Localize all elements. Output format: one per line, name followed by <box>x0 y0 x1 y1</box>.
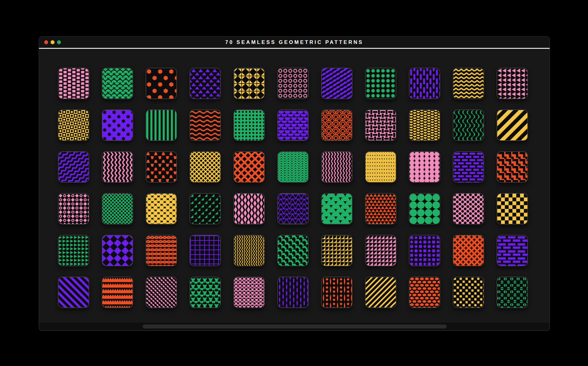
scales-dense-swatch <box>234 277 264 307</box>
pattern-tile-zigzag-v-thin[interactable] <box>321 151 352 183</box>
stars-swatch <box>102 110 133 140</box>
pattern-tile-lightning-diag[interactable] <box>58 151 89 183</box>
pattern-tile-lattice-thin[interactable] <box>102 193 133 224</box>
dots-on-color-swatch <box>453 194 484 224</box>
pattern-tile-half-circles[interactable] <box>277 109 309 141</box>
pattern-tile-zigzag-v[interactable] <box>102 151 133 183</box>
x-lattice-swatch <box>190 152 220 182</box>
pattern-tile-harlequin[interactable] <box>102 235 133 266</box>
pattern-tile-dots-grid[interactable] <box>365 68 396 99</box>
minimize-button[interactable] <box>51 40 55 44</box>
pattern-tile-chevron-rows[interactable] <box>365 151 396 183</box>
pattern-tile-circle-columns[interactable] <box>409 151 440 183</box>
pattern-tile-checker-dots[interactable] <box>58 109 89 141</box>
zoom-button[interactable] <box>57 40 61 44</box>
pattern-tile-dot-diagonal[interactable] <box>146 277 177 308</box>
spindle-diamonds-swatch <box>322 277 352 307</box>
pattern-tile-pills-weave[interactable] <box>365 109 396 141</box>
pattern-tile-herringbone-v[interactable] <box>277 151 309 183</box>
pattern-tile-checker[interactable] <box>497 193 528 224</box>
pattern-tile-zigzag-v-dense[interactable] <box>233 235 265 266</box>
pattern-tile-step-triangles[interactable] <box>190 193 221 224</box>
pattern-tile-crescents[interactable] <box>453 109 484 141</box>
pattern-tile-trapezoids[interactable] <box>146 151 177 183</box>
arrows-left-swatch <box>497 68 527 99</box>
chevron-rows-swatch <box>366 152 396 182</box>
pattern-tile-half-square-tri[interactable] <box>365 235 396 266</box>
checker-dots-swatch <box>58 110 89 140</box>
pattern-tile-squares-offset[interactable] <box>453 277 484 308</box>
pattern-tile-x-lattice[interactable] <box>190 151 221 183</box>
herringbone-v-swatch <box>278 152 308 182</box>
rings-swatch <box>278 68 308 99</box>
triangles-up-swatch <box>190 68 220 99</box>
squiggle-h-swatch <box>190 110 220 140</box>
pattern-tile-zigzag-h[interactable] <box>453 68 484 99</box>
dot-diagonal-swatch <box>146 277 176 307</box>
pattern-tile-squiggle-h[interactable] <box>190 109 221 141</box>
pattern-tile-spindle-diamonds[interactable] <box>321 277 352 308</box>
pattern-tile-grid-lines[interactable] <box>190 235 221 266</box>
pattern-tile-wavy-diag[interactable] <box>497 109 528 141</box>
pattern-tile-tri-rows-small[interactable] <box>365 193 396 224</box>
tri-mesh-swatch <box>278 194 308 224</box>
pattern-tile-wave-checker[interactable] <box>277 235 309 266</box>
pattern-tile-polka-big[interactable] <box>146 193 177 224</box>
pattern-tile-squares-diamonds[interactable] <box>409 235 440 266</box>
pattern-tile-bricks-h[interactable] <box>453 151 484 183</box>
scrollbar-track[interactable] <box>39 322 549 330</box>
pattern-tile-diag-leaves[interactable] <box>321 68 352 99</box>
pattern-tile-ovals-rows[interactable] <box>409 277 440 308</box>
pattern-tile-tri-mosaic[interactable] <box>233 68 265 99</box>
tri-checker-swatch <box>234 194 264 224</box>
pattern-tile-sails[interactable] <box>190 277 221 308</box>
half-circles-swatch <box>278 110 308 140</box>
pattern-tile-dots-on-color[interactable] <box>453 193 484 224</box>
pattern-tile-petal-grid[interactable] <box>233 109 265 141</box>
pattern-tile-wave-lens[interactable] <box>146 235 177 266</box>
pattern-tile-scales-dense[interactable] <box>233 277 265 308</box>
pattern-tile-bricks-large[interactable] <box>497 235 528 266</box>
patterns-window: 70 SEAMLESS GEOMETRIC PATTERNS <box>39 36 550 331</box>
pattern-tile-circle-halves[interactable] <box>497 277 528 308</box>
pattern-tile-bricks-vertical[interactable] <box>58 68 89 99</box>
pattern-tile-rings[interactable] <box>277 68 309 99</box>
trapezoids-swatch <box>146 152 176 182</box>
pattern-tile-stripes-diag[interactable] <box>58 277 89 308</box>
step-triangles-swatch <box>190 194 220 224</box>
pattern-tile-lens-columns[interactable] <box>277 277 309 308</box>
pattern-tile-tri-checker[interactable] <box>233 193 265 224</box>
tri-mosaic-swatch <box>234 68 264 99</box>
wave-checker-swatch <box>278 235 308 266</box>
pattern-tile-teeth-rows[interactable] <box>102 277 133 308</box>
pattern-tile-hex-dots[interactable] <box>146 68 177 99</box>
pattern-tile-stripes-v[interactable] <box>146 109 177 141</box>
teeth-rows-swatch <box>102 277 133 307</box>
pattern-tile-step-zigzag[interactable] <box>497 151 528 183</box>
ovals-rows-swatch <box>409 277 440 307</box>
harlequin-swatch <box>102 235 133 266</box>
pattern-tile-tri-mesh[interactable] <box>277 193 309 224</box>
pattern-tile-scallop-lines[interactable] <box>321 109 352 141</box>
bricks-large-swatch <box>497 235 527 266</box>
pattern-tile-stars[interactable] <box>102 109 133 141</box>
pattern-tile-diamond-lattice[interactable] <box>233 151 265 183</box>
pattern-tile-crosses[interactable] <box>453 235 484 266</box>
zigzag-v-dense-swatch <box>234 235 264 266</box>
close-button[interactable] <box>44 40 48 44</box>
pattern-tile-diamond-dots[interactable] <box>58 193 89 224</box>
pattern-tile-stripes-diag-thin[interactable] <box>365 277 396 308</box>
pattern-tile-arrows-right[interactable] <box>58 235 89 266</box>
pattern-tile-triangles-up[interactable] <box>190 68 221 99</box>
dashes-vertical-swatch <box>409 68 440 99</box>
pattern-tile-dome-columns[interactable] <box>409 109 440 141</box>
sails-swatch <box>190 277 220 307</box>
scrollbar-thumb[interactable] <box>143 325 447 328</box>
pattern-tile-circles-touch[interactable] <box>409 193 440 224</box>
pattern-tile-arrows-left[interactable] <box>497 68 528 99</box>
pattern-tile-scales[interactable] <box>102 68 133 99</box>
pattern-tile-scales-large[interactable] <box>321 193 352 224</box>
pattern-tile-quarter-fans[interactable] <box>321 235 352 266</box>
lattice-thin-swatch <box>102 194 133 224</box>
pattern-tile-dashes-vertical[interactable] <box>409 68 440 99</box>
